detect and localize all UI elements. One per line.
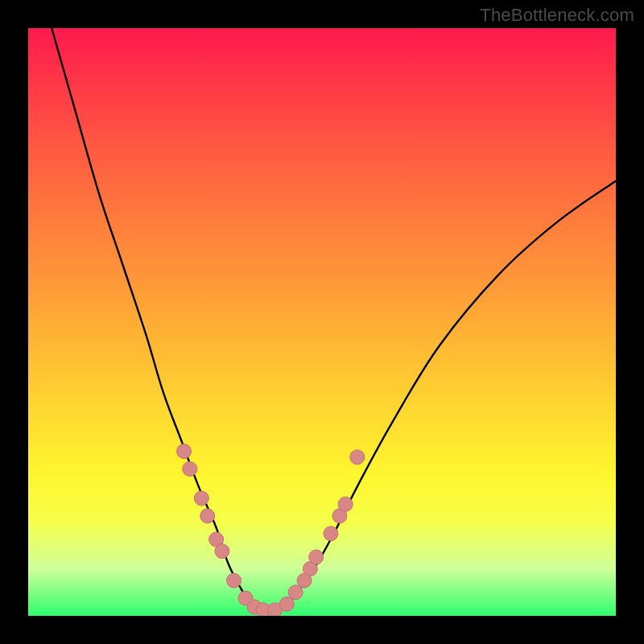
- curve-dot: [324, 526, 338, 541]
- curve-dot: [194, 491, 208, 506]
- curve-dot: [183, 462, 197, 477]
- curve-dot: [200, 509, 215, 523]
- chart-overlay-svg: [28, 28, 616, 616]
- curve-dot: [279, 597, 294, 611]
- bottleneck-curve: [52, 28, 616, 611]
- curve-dot: [227, 573, 242, 588]
- curve-dot: [338, 497, 353, 511]
- curve-dots-group: [177, 444, 365, 616]
- curve-dot: [350, 450, 365, 464]
- curve-dot: [215, 544, 229, 559]
- chart-plot-area: [28, 28, 616, 616]
- curve-dot: [177, 444, 192, 459]
- watermark-text: TheBottleneck.com: [480, 5, 634, 26]
- chart-frame: TheBottleneck.com: [0, 0, 644, 644]
- curve-dot: [309, 550, 324, 564]
